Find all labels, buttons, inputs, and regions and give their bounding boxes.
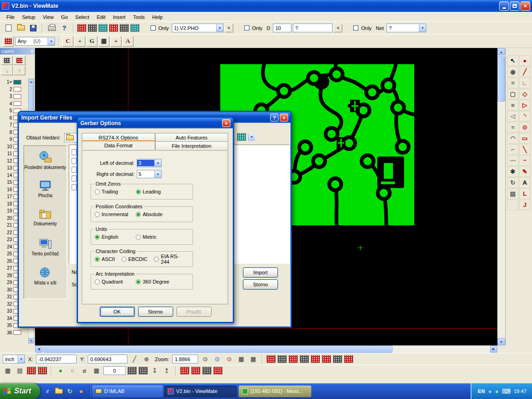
- only-net-checkbox[interactable]: [353, 25, 358, 30]
- tab-auto-features[interactable]: Auto Features: [155, 133, 229, 141]
- select-tool-button[interactable]: +: [74, 36, 85, 47]
- right-of-decimal-combo[interactable]: 5 ▼: [137, 170, 162, 178]
- palette-tool-icon[interactable]: ▢: [507, 89, 519, 99]
- start-button[interactable]: Start: [0, 383, 40, 399]
- restore-button[interactable]: [510, 1, 520, 11]
- radio-input[interactable]: [95, 257, 100, 262]
- grid-pattern-icon[interactable]: [77, 24, 86, 32]
- tab-file-interpretation[interactable]: File Interpretation: [155, 141, 229, 150]
- palette-tool-icon[interactable]: ≡: [507, 78, 519, 88]
- radio-option[interactable]: EBCDIC: [121, 256, 148, 262]
- dialog-close-button[interactable]: ×: [280, 114, 288, 121]
- palette-tool-icon[interactable]: ✎: [519, 166, 531, 177]
- import-button[interactable]: Import: [243, 267, 278, 278]
- layer-color-swatch[interactable]: [13, 80, 21, 85]
- scroll-up-icon[interactable]: ▲: [29, 79, 34, 84]
- radio-option[interactable]: Incremental: [95, 212, 134, 217]
- grid-pattern-icon[interactable]: [98, 24, 108, 32]
- display-mode-icon[interactable]: [322, 355, 331, 363]
- palette-tool-icon[interactable]: ■: [507, 100, 519, 110]
- palette-tool-icon[interactable]: ▤: [507, 188, 519, 199]
- zoom-value[interactable]: 1.8866: [172, 355, 198, 363]
- menu-item[interactable]: File: [3, 13, 18, 21]
- layer-color-swatch[interactable]: [13, 87, 21, 91]
- cancel-button[interactable]: Storno: [243, 279, 278, 290]
- place-network[interactable]: Místa v síti: [24, 267, 66, 296]
- unit-combo[interactable]: inch ▼: [3, 355, 25, 363]
- scroll-right-icon[interactable]: ▶: [490, 345, 497, 353]
- palette-tool-icon[interactable]: ∟: [519, 78, 531, 88]
- close-icon[interactable]: ×: [30, 49, 33, 54]
- palette-tool-icon[interactable]: ↖: [507, 55, 519, 66]
- radio-option[interactable]: Metric: [136, 234, 175, 240]
- layer-row[interactable]: 3: [1, 93, 28, 100]
- scrollbar-thumb[interactable]: [29, 85, 34, 110]
- display-mode-icon[interactable]: [266, 355, 276, 363]
- radio-input[interactable]: [136, 279, 141, 284]
- display-mode-icon[interactable]: [333, 355, 342, 363]
- dcode-counter[interactable]: 0: [103, 366, 126, 375]
- scrollbar-thumb[interactable]: [43, 345, 393, 353]
- menu-item[interactable]: Insert: [109, 13, 129, 21]
- pattern-toggle-icon[interactable]: [191, 367, 200, 375]
- place-desktop[interactable]: Plocha: [24, 180, 66, 209]
- palette-tool-icon[interactable]: ⋯: [507, 155, 519, 166]
- antivirus-tray-icon[interactable]: ●: [495, 388, 499, 395]
- scroll-down-icon[interactable]: ▼: [29, 338, 34, 343]
- chevron-down-icon[interactable]: ▼: [419, 24, 426, 32]
- layer-color-swatch[interactable]: [13, 330, 21, 335]
- pattern-toggle-icon[interactable]: [202, 367, 212, 375]
- horizontal-scrollbar[interactable]: ◀ ▶: [35, 345, 497, 353]
- palette-tool-icon[interactable]: ~: [519, 155, 531, 166]
- pattern-toggle-icon[interactable]: [213, 367, 223, 375]
- radio-input[interactable]: [154, 257, 159, 262]
- keyboard-tray-icon[interactable]: ⌨: [502, 388, 511, 395]
- messenger-tray-icon[interactable]: ●: [488, 388, 492, 395]
- layer-color-swatch[interactable]: [13, 101, 21, 106]
- menu-item[interactable]: View: [39, 13, 57, 21]
- radio-option[interactable]: Trailing: [95, 189, 134, 194]
- ok-button[interactable]: OK: [100, 307, 135, 317]
- minimize-button[interactable]: [499, 1, 509, 11]
- palette-tool-icon[interactable]: ▷: [519, 100, 531, 110]
- title-bar[interactable]: V2.bin - ViewMate ×: [0, 0, 532, 12]
- dialog-title-bar[interactable]: Gerber Options ×: [78, 118, 233, 128]
- layers-swap-button[interactable]: [13, 55, 25, 65]
- context-help-button[interactable]: ?: [59, 23, 70, 34]
- layer-row[interactable]: 1+: [1, 79, 28, 86]
- chevron-down-icon[interactable]: ▼: [216, 24, 223, 32]
- palette-tool-icon[interactable]: ▭: [519, 133, 531, 144]
- save-button[interactable]: [28, 23, 39, 34]
- measure-line-icon[interactable]: ╱: [129, 355, 139, 364]
- palette-tool-icon[interactable]: ╲: [519, 144, 531, 155]
- select-tool-button[interactable]: C: [62, 36, 73, 47]
- grid-pattern-icon[interactable]: [88, 24, 97, 32]
- view-menu-icon[interactable]: [237, 133, 246, 141]
- browser-shortcut-icon[interactable]: ●: [76, 387, 85, 396]
- clock[interactable]: 19:47: [514, 388, 526, 394]
- scrollbar-thumb[interactable]: [497, 56, 505, 102]
- zoom-window-icon[interactable]: ⊙: [212, 355, 222, 364]
- palette-tool-icon[interactable]: ≈: [507, 122, 519, 133]
- layer-list-icon[interactable]: ▤: [15, 366, 25, 375]
- display-mode-icon[interactable]: [278, 355, 287, 363]
- radio-option[interactable]: Leading: [136, 189, 175, 194]
- palette-tool-icon[interactable]: ⊙: [519, 122, 531, 133]
- taskbar-task-viewmate[interactable]: V2.bin - ViewMate: [164, 386, 237, 397]
- close-button[interactable]: ×: [520, 1, 530, 11]
- palette-tool-icon[interactable]: ◠: [507, 133, 519, 144]
- internet-explorer-icon[interactable]: e: [43, 387, 52, 396]
- dialog-close-button[interactable]: ×: [222, 119, 230, 127]
- palette-tool-icon[interactable]: ◇: [519, 89, 531, 99]
- menu-item[interactable]: Help: [149, 13, 167, 21]
- radio-option[interactable]: Absolute: [136, 212, 175, 217]
- palette-tool-icon[interactable]: ↻: [507, 177, 519, 188]
- radio-option[interactable]: Quadrant: [95, 279, 134, 284]
- snap-target-icon[interactable]: ⊕: [141, 355, 151, 364]
- only-dcode-checkbox[interactable]: [244, 25, 249, 30]
- menu-item[interactable]: Tools: [129, 13, 149, 21]
- pattern-toggle-icon[interactable]: [27, 367, 36, 375]
- select-filter-combo[interactable]: Any (U) ▼: [15, 37, 55, 46]
- aperture-table-icon[interactable]: ▦: [91, 366, 102, 375]
- folder-shortcut-icon[interactable]: [54, 387, 63, 396]
